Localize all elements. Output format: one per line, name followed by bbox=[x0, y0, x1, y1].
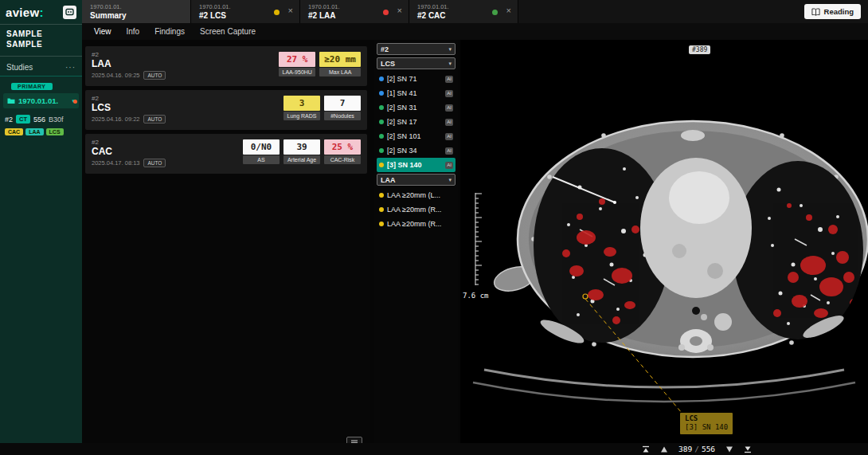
ct-viewport[interactable]: #389 7.6 cm LCS [3] SN 140 bbox=[460, 40, 868, 443]
studies-label: Studies bbox=[6, 63, 33, 72]
summary-card-cac[interactable]: #2 CAC 2025.04.17. 08:13 AUTO 0/N0 AS 39… bbox=[85, 134, 367, 174]
close-icon[interactable]: × bbox=[288, 6, 293, 15]
ai-badge: AI bbox=[445, 76, 453, 83]
menu-bar: View Info Findings Screen Capture bbox=[82, 23, 868, 40]
first-slice-icon[interactable] bbox=[642, 445, 650, 453]
laa-dot bbox=[379, 222, 384, 226]
metric-value: 0/N0 bbox=[243, 139, 280, 155]
metric-label: AS bbox=[243, 155, 280, 164]
slice-current: 389 bbox=[678, 445, 692, 453]
laa-group-select[interactable]: LAA ▾ bbox=[377, 174, 456, 186]
card-datetime: 2025.04.17. 08:13 bbox=[92, 159, 139, 167]
chevron-down-icon: ▾ bbox=[448, 61, 452, 67]
metric-value: 3 bbox=[283, 96, 320, 111]
next-slice-icon[interactable] bbox=[725, 445, 733, 453]
laa-row[interactable]: LAA ≥20mm (R... bbox=[377, 217, 456, 231]
menu-view[interactable]: View bbox=[94, 27, 111, 36]
nodule-dot bbox=[379, 91, 384, 96]
nodule-row-selected[interactable]: [3] SN 140 AI bbox=[377, 158, 456, 172]
chevron-down-icon: ▾ bbox=[448, 177, 452, 183]
slice-counter: 389/556 bbox=[678, 445, 715, 453]
study-row[interactable]: 1970.01.01. ▾ bbox=[3, 93, 79, 108]
laa-select-value: LAA bbox=[381, 176, 396, 184]
metric: 3 Lung RADS bbox=[283, 96, 320, 120]
ai-badge: AI bbox=[445, 147, 453, 155]
app-icon bbox=[63, 6, 76, 19]
nodule-row[interactable]: [2] SN 17 AI bbox=[377, 115, 456, 129]
app-window: aview: SAMPLE SAMPLE Studies ··· PRIMARY… bbox=[0, 0, 868, 455]
metric: 7 #Nodules bbox=[324, 96, 361, 120]
tab-title: Summary bbox=[90, 10, 184, 21]
modality-badge: CT bbox=[16, 115, 30, 124]
slice-total: 556 bbox=[702, 445, 715, 453]
series-image-count: 556 bbox=[33, 116, 45, 124]
close-icon[interactable]: × bbox=[397, 6, 402, 15]
auto-badge: AUTO bbox=[143, 71, 166, 80]
status-dot bbox=[492, 10, 498, 15]
status-dot bbox=[274, 10, 280, 15]
series-row[interactable]: #2 CT 556 B30f bbox=[0, 108, 82, 125]
metric-label: CAC-Risk bbox=[324, 155, 361, 164]
slice-navigation: 389/556 bbox=[642, 443, 752, 455]
ct-image bbox=[460, 40, 868, 443]
laa-row[interactable]: LAA ≥20mm (L... bbox=[377, 188, 456, 202]
menu-findings[interactable]: Findings bbox=[154, 27, 185, 36]
laa-row[interactable]: LAA ≥20mm (R... bbox=[377, 202, 456, 217]
badge-cac: CAC bbox=[5, 128, 23, 135]
sidebar: aview: SAMPLE SAMPLE Studies ··· PRIMARY… bbox=[0, 0, 82, 450]
nodule-dot bbox=[379, 105, 384, 110]
book-icon bbox=[811, 8, 820, 16]
metric-value: 7 bbox=[324, 96, 361, 111]
reading-label: Reading bbox=[824, 7, 854, 16]
series-select-value: #2 bbox=[381, 45, 389, 53]
metric: 25 % CAC-Risk bbox=[324, 139, 361, 164]
more-icon[interactable]: ··· bbox=[65, 65, 76, 70]
laa-dot bbox=[379, 193, 384, 198]
nodule-row[interactable]: [2] SN 34 AI bbox=[377, 143, 456, 158]
tab-lcs[interactable]: 1970.01.01. #2 LCS × bbox=[191, 0, 300, 23]
metric: 0/N0 AS bbox=[243, 139, 280, 164]
card-metrics: 0/N0 AS 39 Arterial Age 25 % CAC-Risk bbox=[243, 139, 361, 164]
nodule-row[interactable]: [1] SN 41 AI bbox=[377, 86, 456, 100]
nodule-dot bbox=[379, 163, 384, 167]
last-slice-icon[interactable] bbox=[744, 445, 752, 453]
series-select[interactable]: #2 ▾ bbox=[377, 43, 456, 55]
menu-screen-capture[interactable]: Screen Capture bbox=[200, 27, 256, 36]
previous-slice-icon[interactable] bbox=[660, 445, 668, 453]
nodule-row[interactable]: [2] SN 101 AI bbox=[377, 129, 456, 143]
close-icon[interactable]: × bbox=[506, 6, 511, 15]
tab-laa[interactable]: 1970.01.01. #2 LAA × bbox=[300, 0, 409, 23]
nodule-dot bbox=[379, 134, 384, 139]
nodule-label: [2] SN 31 bbox=[387, 104, 417, 112]
card-metrics: 3 Lung RADS 7 #Nodules bbox=[283, 96, 361, 120]
nodule-label: [2] SN 34 bbox=[387, 147, 417, 155]
nodule-label: [1] SN 41 bbox=[387, 89, 417, 97]
summary-panel: #2 LAA 2025.04.16. 09:25 AUTO 27 % LAA-9… bbox=[82, 40, 370, 455]
nodule-row[interactable]: [2] SN 71 AI bbox=[377, 72, 456, 86]
lcs-group-select[interactable]: LCS ▾ bbox=[377, 57, 456, 69]
ruler-label: 7.6 cm bbox=[463, 292, 489, 300]
metric-value: 25 % bbox=[324, 139, 361, 155]
nodule-annotation[interactable]: LCS [3] SN 140 bbox=[680, 413, 733, 434]
metric-label: Max LAA bbox=[319, 68, 361, 76]
tab-cac[interactable]: 1970.01.01. #2 CAC × bbox=[409, 0, 518, 23]
tab-summary[interactable]: 1970.01.01. Summary bbox=[82, 0, 191, 23]
summary-card-lcs[interactable]: #2 LCS 2025.04.16. 09:22 AUTO 3 Lung RAD… bbox=[85, 90, 367, 130]
chevron-down-icon: ▾ bbox=[448, 46, 452, 53]
summary-card-laa[interactable]: #2 LAA 2025.04.16. 09:25 AUTO 27 % LAA-9… bbox=[85, 46, 367, 86]
nodule-dot bbox=[379, 120, 384, 124]
metric: 39 Arterial Age bbox=[283, 139, 320, 164]
tab-date: 1970.01.01. bbox=[90, 3, 184, 10]
reading-button[interactable]: Reading bbox=[804, 4, 861, 19]
bottom-bar: 389/556 bbox=[0, 443, 868, 455]
slice-divider: / bbox=[692, 445, 702, 453]
nodule-label: [3] SN 140 bbox=[387, 161, 422, 169]
status-dot bbox=[383, 10, 389, 15]
tab-strip: 1970.01.01. Summary 1970.01.01. #2 LCS ×… bbox=[82, 0, 868, 23]
badge-laa: LAA bbox=[25, 128, 43, 135]
ai-badge: AI bbox=[445, 90, 453, 97]
tab-date: 1970.01.01. bbox=[199, 3, 293, 10]
nodule-row[interactable]: [2] SN 31 AI bbox=[377, 100, 456, 115]
menu-info[interactable]: Info bbox=[127, 27, 140, 36]
app-logo: aview: bbox=[6, 6, 44, 19]
